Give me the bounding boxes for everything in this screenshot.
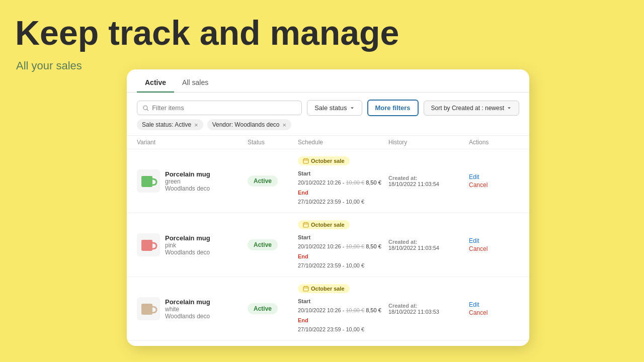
- schedule-cell: October sale Start 20/10/2022 10:26 - 10…: [298, 220, 388, 269]
- cancel-link[interactable]: Cancel: [469, 309, 488, 316]
- col-status: Status: [248, 139, 298, 146]
- table-row: Porcelain mug pink Woodlands deco Active…: [127, 213, 529, 277]
- product-info: Porcelain mug white Woodlands deco: [165, 298, 210, 320]
- calendar-icon: [303, 286, 309, 292]
- hero-title: Keep track and manage: [15, 14, 399, 52]
- sale-tag: October sale: [298, 284, 350, 293]
- actions-cell: Edit Cancel: [469, 173, 519, 189]
- product-variant: pink: [165, 242, 210, 249]
- product-image: [137, 297, 160, 320]
- history-cell: Created at: 18/10/2022 11:03:53: [388, 303, 469, 315]
- svg-rect-15: [141, 304, 152, 306]
- status-cell: Active: [248, 239, 298, 250]
- chip-vendor: Vendor: Woodlands deco ×: [207, 119, 291, 130]
- edit-link[interactable]: Edit: [469, 237, 479, 244]
- cancel-link[interactable]: Cancel: [469, 182, 488, 189]
- tab-bar: Active All sales: [127, 71, 529, 93]
- col-schedule: Schedule: [298, 139, 388, 146]
- table-header: Variant Status Schedule History Actions: [127, 135, 529, 149]
- variant-cell: Porcelain mug green Woodlands deco: [137, 169, 248, 193]
- product-vendor: Woodlands deco: [165, 185, 210, 192]
- status-cell: Active: [248, 303, 298, 314]
- more-filters-button[interactable]: More filters: [367, 100, 419, 116]
- product-name: Porcelain mug: [165, 170, 210, 178]
- calendar-icon: [303, 158, 309, 164]
- schedule-start: Start 20/10/2022 10:26 - 10,00 € 8,50 €: [298, 296, 388, 314]
- col-actions: Actions: [469, 139, 519, 146]
- calendar-icon: [303, 222, 309, 228]
- tab-active[interactable]: Active: [137, 71, 174, 93]
- edit-link[interactable]: Edit: [469, 173, 479, 180]
- col-variant: Variant: [137, 139, 248, 146]
- schedule-end: End 27/10/2022 23:59 - 10,00 €: [298, 251, 388, 269]
- variant-cell: Porcelain mug pink Woodlands deco: [137, 233, 248, 256]
- status-badge: Active: [248, 239, 278, 250]
- svg-rect-4: [303, 159, 308, 163]
- chip-vendor-close[interactable]: ×: [283, 122, 287, 128]
- schedule-cell: October sale Start 20/10/2022 10:26 - 10…: [298, 156, 388, 206]
- main-card: Active All sales Sale status More filter…: [127, 69, 529, 346]
- schedule-start: Start 20/10/2022 10:26 - 10,00 € 8,50 €: [298, 232, 388, 250]
- hero-subtitle: All your sales: [16, 59, 82, 72]
- svg-rect-10: [303, 223, 308, 227]
- sale-tag: October sale: [298, 156, 350, 165]
- sort-chevron-icon: [507, 106, 512, 111]
- search-input[interactable]: [152, 104, 296, 112]
- product-name: Porcelain mug: [165, 298, 210, 306]
- status-badge: Active: [248, 175, 278, 187]
- product-info: Porcelain mug pink Woodlands deco: [165, 234, 210, 256]
- chip-sale-status-close[interactable]: ×: [194, 122, 198, 128]
- tab-all-sales[interactable]: All sales: [174, 71, 216, 93]
- history-cell: Created at: 18/10/2022 11:03:54: [388, 239, 469, 251]
- sale-tag: October sale: [298, 220, 350, 229]
- filter-chips: Sale status: Active × Vendor: Woodlands …: [127, 119, 529, 135]
- product-vendor: Woodlands deco: [165, 313, 210, 320]
- cancel-link[interactable]: Cancel: [469, 245, 488, 252]
- svg-rect-9: [141, 240, 152, 242]
- status-badge: Active: [248, 303, 278, 314]
- table-row: Porcelain mug white Woodlands deco Activ…: [127, 277, 529, 341]
- sort-button[interactable]: Sort by Created at : newest: [424, 101, 519, 116]
- schedule-cell: October sale Start 20/10/2022 10:26 - 10…: [298, 284, 388, 333]
- status-cell: Active: [248, 175, 298, 187]
- product-vendor: Woodlands deco: [165, 249, 210, 256]
- actions-cell: Edit Cancel: [469, 301, 519, 316]
- svg-rect-3: [141, 176, 152, 178]
- table-row: Porcelain mug green Woodlands deco Activ…: [127, 149, 529, 213]
- product-variant: white: [165, 306, 210, 313]
- product-name: Porcelain mug: [165, 234, 210, 242]
- svg-rect-16: [303, 287, 308, 291]
- schedule-end: End 27/10/2022 23:59 - 10,00 €: [298, 188, 388, 206]
- edit-link[interactable]: Edit: [469, 301, 479, 308]
- product-info: Porcelain mug green Woodlands deco: [165, 170, 210, 192]
- table-body: Porcelain mug green Woodlands deco Activ…: [127, 149, 529, 341]
- toolbar: Sale status More filters Sort by Created…: [127, 93, 529, 119]
- chevron-down-icon: [350, 106, 355, 111]
- sale-status-button[interactable]: Sale status: [307, 100, 362, 116]
- variant-cell: Porcelain mug white Woodlands deco: [137, 297, 248, 320]
- schedule-end: End 27/10/2022 23:59 - 10,00 €: [298, 315, 388, 333]
- product-image: [137, 233, 160, 256]
- search-wrapper: [137, 101, 302, 115]
- product-image: [137, 169, 160, 193]
- chip-sale-status: Sale status: Active ×: [137, 119, 203, 130]
- svg-line-1: [147, 109, 148, 111]
- search-icon: [142, 105, 149, 112]
- history-cell: Created at: 18/10/2022 11:03:54: [388, 175, 469, 187]
- svg-point-0: [143, 106, 147, 110]
- product-variant: green: [165, 178, 210, 185]
- schedule-start: Start 20/10/2022 10:26 - 10,00 € 8,50 €: [298, 168, 388, 187]
- col-history: History: [388, 139, 469, 146]
- actions-cell: Edit Cancel: [469, 237, 519, 252]
